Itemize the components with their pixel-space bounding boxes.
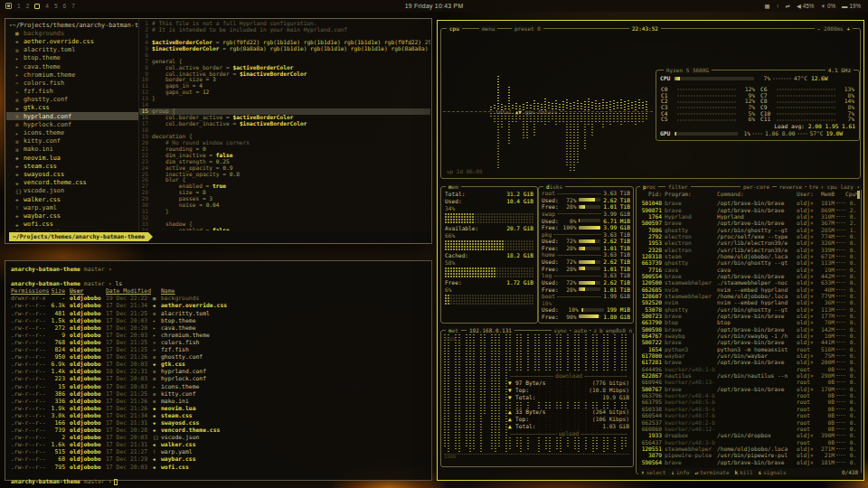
col-pid[interactable]: Pid: [638, 191, 662, 198]
ls-row-icons.theme[interactable]: .rw-r--r--15oldjobobo17 Dec 20:03▸icons.… [11, 383, 431, 390]
tree-item-steam.css[interactable]: ◈steam.css [6, 162, 138, 170]
ls-row-wofi.css[interactable]: .rw-r--r--795oldjobobo17 Dec 20:03◈wofi.… [11, 464, 431, 471]
code-line[interactable]: 31 } [139, 209, 430, 215]
net-interface-selector[interactable]: b enp8s0 n [597, 327, 635, 333]
ls-row-swayosd.css[interactable]: .rw-r--r--166oldjobobo17 Dec 21:31◈swayo… [11, 419, 431, 427]
code-line[interactable]: 34 enabled = false [139, 228, 430, 230]
volume-icon[interactable]: ◀45% [797, 3, 814, 9]
proc-sort-selector[interactable]: ‹ cpu lazy › [818, 183, 863, 190]
process-row[interactable]: 128318steam/home/oldjobobo/.locaoldj+671… [638, 253, 855, 259]
tree-item-vscode.json[interactable]: {}vscode.json [6, 187, 138, 195]
network-icon[interactable]: ⇄ [786, 3, 790, 9]
brightness-icon[interactable]: ☀0% [820, 3, 835, 9]
code-line[interactable]: 5$inactiveBorderColor = rgb(8a8a8a) rgb(… [139, 46, 430, 52]
tree-item-hyprlock.conf[interactable]: ≡hyprlock.conf [6, 120, 138, 128]
process-row[interactable]: 590871brave/opt/brave-bin/braveoldj+869M… [638, 206, 855, 212]
prompt-line[interactable]: anarchy-batman-theme master › ls [11, 280, 431, 287]
mem-box-title[interactable]: mem [446, 183, 461, 190]
net-toggle-sync[interactable]: sync [552, 327, 570, 333]
process-row[interactable]: 660946kworker/u48:13-broot0B0.0 [638, 379, 855, 385]
tab-menu[interactable]: menu [479, 25, 497, 32]
process-row[interactable]: 500598brave/opt/brave-bin/braveoldj+142M… [638, 326, 855, 333]
process-row[interactable]: 128607steamwebhelper/home/oldjobobo/.loc… [638, 293, 855, 299]
tree-item-aether.override.css[interactable]: ◈aether.override.css [6, 37, 138, 45]
tree-item-hyprland.conf[interactable]: ≡hyprland.conf [6, 112, 138, 120]
net-toggle-auto[interactable]: auto [571, 327, 590, 333]
process-row[interactable]: 500767brave/opt/brave-bin/braveoldj+170M… [638, 386, 855, 392]
code-line[interactable]: 17 col.border_inactive = $inactiveBorder… [139, 121, 430, 127]
process-row[interactable]: 120551steamwebhelper/home/oldjobobo/.loc… [638, 446, 855, 452]
process-row[interactable]: 3879pipewire-pulse/usr/bin/pipewire-pulo… [638, 452, 855, 458]
process-row[interactable]: 120500steamwebhelper./steamwebhelper -no… [638, 279, 855, 286]
process-row[interactable]: 662685nvimnvim --embed hyprlandoldj+48M0… [638, 286, 855, 292]
process-row[interactable]: 662537kworker/u48:2-btroot0B0.0 [638, 418, 855, 425]
process-row[interactable]: 663790btopbtopoldj+70M0.0 [638, 319, 855, 325]
tree-item-kitty.conf[interactable]: ≡kitty.conf [6, 137, 138, 145]
tree-item-gtk.css[interactable]: ◈gtk.css [6, 104, 138, 112]
tree-item-chromium.theme[interactable]: ▸chromium.theme [6, 70, 138, 79]
process-row[interactable]: 590564brave/opt/brave-bin/braveoldj+181M… [638, 458, 855, 465]
ls-row-waybar.css[interactable]: .rw-r--r--68oldjobobo17 Dec 21:29◈waybar… [11, 455, 431, 463]
tree-item-alacritty.toml[interactable]: ≡alacritty.toml [6, 46, 138, 54]
process-row[interactable]: 664767swaybg/usr/bin/swaybg -i /holdj+10… [638, 333, 855, 339]
ls-row-ghostty.conf[interactable]: .rw-r--r--950oldjobobo17 Dec 21:26≡ghost… [11, 353, 431, 361]
ls-row-gtk.css[interactable]: .rw-r--r--6.9koldjobobo17 Dec 20:03◈gtk.… [11, 361, 431, 368]
proc-filter[interactable]: filter [665, 183, 691, 190]
process-row[interactable]: 656437kworker/u48:3-btroot0B0.0 [638, 438, 855, 445]
process-row[interactable]: 650338kworker/u48:9-sdroot0B0.0 [638, 406, 855, 412]
ls-row-vscode.json[interactable]: .rw-r--r--2oldjobobo17 Dec 20:03{}vscode… [11, 434, 431, 441]
tree-item-ghostty.conf[interactable]: ≡ghostty.conf [6, 96, 138, 104]
prompt-line[interactable]: anarchy-batman-theme master › [11, 266, 431, 273]
col-user[interactable]: User: [797, 191, 816, 198]
tree-item-icons.theme[interactable]: ▸icons.theme [6, 128, 138, 136]
col-command[interactable]: Command: [717, 191, 795, 198]
process-row[interactable]: 500722brave/opt/brave-bin/braveoldj+441M… [638, 339, 855, 345]
code-line[interactable]: 6 [139, 52, 430, 59]
screenshare-icon[interactable]: ▦ [764, 3, 769, 9]
net-box-title[interactable]: net [446, 327, 461, 333]
process-row[interactable]: 500554brave/opt/brave-bin/braveoldj+442M… [638, 273, 855, 279]
tree-item-warp.yaml[interactable]: !warp.yaml [6, 203, 138, 211]
process-row[interactable]: 622867nautilus/usr/bin/nautilus --noldj+… [638, 372, 855, 379]
ls-row-aether.override.css[interactable]: .rw-r--r--6.3koldjobobo17 Dec 21:34◈aeth… [11, 302, 431, 309]
key-kill[interactable]: k [735, 469, 739, 475]
update-interval[interactable]: - 2000ms + [815, 25, 853, 32]
key-terminate[interactable]: ↵ [694, 469, 698, 475]
process-row[interactable]: 1933dropbox/usr/bin/dropboxoldj+390M0.0 [638, 432, 855, 438]
disks-box-title[interactable]: disks [543, 183, 565, 190]
ls-row-chromium.theme[interactable]: .rw-r--r--9oldjobobo17 Dec 20:03▸chromiu… [11, 332, 431, 339]
code-line[interactable]: 2# It is intended to be included in your… [139, 27, 430, 33]
ls-row-fzf.fish[interactable]: .rw-r--r--824oldjobobo17 Dec 21:25»fzf.f… [11, 346, 431, 353]
process-row[interactable]: 7806ghostty/usr/bin/ghostty --gtoldj+285… [638, 226, 855, 232]
update-icon[interactable]: ↑ [776, 3, 778, 9]
key-select[interactable]: ↑ [641, 469, 645, 475]
file-tree[interactable]: ▾~/Projects/themes/anarchy-batman-t■back… [6, 21, 138, 230]
tree-item-wofi.css[interactable]: ◈wofi.css [6, 221, 138, 229]
tab-cpu[interactable]: cpu [447, 25, 462, 32]
process-row[interactable]: 592520nvimnvim --embed hyprlandoldj+36M0… [638, 299, 855, 305]
ls-row-steam.css[interactable]: .rw-r--r--3.0koldjobobo17 Dec 21:34◈stea… [11, 412, 431, 419]
process-row[interactable]: 660860kworker/u48:12-broot0B0.0 [638, 426, 855, 432]
process-row[interactable]: 7716cavacavaoldj+19M0.1 [638, 266, 855, 272]
tree-item-backgrounds[interactable]: ■backgrounds [6, 29, 138, 37]
tree-root[interactable]: ▾~/Projects/themes/anarchy-batman-t [6, 21, 138, 29]
prompt-line[interactable]: anarchy-batman-theme master › [11, 478, 431, 485]
process-row[interactable]: 644496kworker/u48:1-btroot0B0.0 [638, 366, 855, 372]
tree-item-btop.theme[interactable]: ▸btop.theme [6, 54, 138, 62]
ls-row-hyprlock.conf[interactable]: .rw-r--r--223oldjobobo17 Dec 20:03≡hyprl… [11, 375, 431, 382]
tree-item-walker.css[interactable]: ◈walker.css [6, 195, 138, 203]
ls-row-hyprland.conf[interactable]: .rw-r--r--1.4koldjobobo19 Dec 22:31≡hypr… [11, 368, 431, 375]
process-row[interactable]: 500723brave/opt/brave-bin/braveoldj+177M… [638, 313, 855, 319]
process-row[interactable]: 53078ghostty/usr/bin/ghostty --gtoldj+11… [638, 306, 855, 313]
process-row[interactable]: 1764HyprlandHyprlandoldj+310M0.7 [638, 213, 855, 220]
tree-item-neovim.lua[interactable]: ◆neovim.lua [6, 154, 138, 162]
code-line[interactable]: 30 noise = 0.04 [139, 202, 430, 209]
tree-item-waybar.css[interactable]: ◈waybar.css [6, 211, 138, 220]
tab-preset[interactable]: preset 0 [512, 25, 543, 32]
ls-row-neovim.lua[interactable]: .rw-r--r--1.9koldjobobo17 Dec 21:26◆neov… [11, 405, 431, 412]
clock[interactable]: 19 Friday 10:43 PM [0, 3, 868, 9]
process-row[interactable]: 663739ghostty/usr/bin/ghostty --gtoldj+1… [638, 259, 855, 266]
code-line[interactable]: 14 [139, 102, 430, 108]
code-line[interactable]: 12 gaps_out = 12 [139, 89, 430, 96]
process-row[interactable]: 501048brave/opt/brave-bin/braveoldj+181M… [638, 200, 855, 206]
